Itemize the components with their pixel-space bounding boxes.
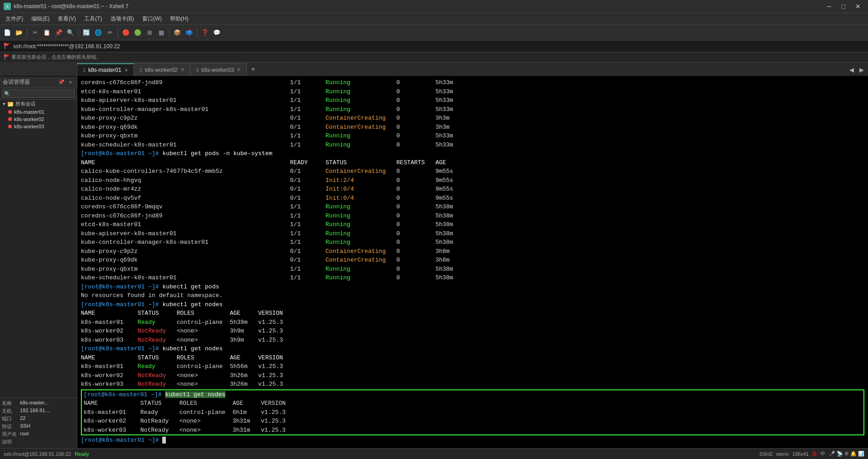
session-label-worker02: k8s-worker02 [14, 116, 44, 122]
prop-row-host: 主机 192.168.91.... [2, 408, 75, 414]
sidebar-header: 会话管理器 📌 ✕ [0, 76, 77, 88]
tab-add-button[interactable]: + [247, 63, 259, 76]
menu-view[interactable]: 查看(V) [54, 14, 80, 24]
sidebar: 会话管理器 📌 ✕ ▼ 📁 所有会话 k8s-master01 k8s-w [0, 76, 77, 448]
sidebar-item-worker03[interactable]: k8s-worker03 [0, 123, 77, 130]
terminal-line: kube-proxy-q69dk 0/1 ContainerCreating 0… [81, 123, 864, 132]
terminal-line: [root@k8s-master01 ~]# kubectl get nodes [81, 344, 864, 353]
info-text: 🚩 要添加当前会话，点击左侧的箭头按钮。 [4, 54, 101, 61]
refresh-button[interactable]: 🔄 [81, 27, 92, 38]
toolbar-sep-1 [27, 28, 27, 37]
stop-button[interactable]: 🔴 [120, 27, 131, 38]
main-container: 1 k8s-master01 ✕ 2 k8s-worker02 ✕ 3 k8s-… [0, 62, 868, 448]
new-session-button[interactable]: 📄 [2, 27, 13, 38]
tab-2-num: 2 [140, 67, 142, 73]
tab-2-name: k8s-worker02 [145, 67, 178, 73]
terminal-line: k8s-worker02 NotReady <none> 3h9m v1.25.… [81, 327, 864, 336]
terminal-line: k8s-worker03 NotReady <none> 3h9m v1.25.… [81, 336, 864, 345]
prop-value-port: 22 [20, 415, 25, 422]
sidebar-spacer [0, 130, 77, 398]
status-connection: ssh://root@192.168.91.100:22 [4, 451, 71, 457]
tab-2[interactable]: 2 k8s-worker02 ✕ [134, 63, 190, 76]
session-dot-master01 [8, 110, 12, 114]
highlight-block: [root@k8s-master01 ~]# kubectl get nodes… [81, 389, 864, 436]
tab-bar: 1 k8s-master01 ✕ 2 k8s-worker02 ✕ 3 k8s-… [77, 62, 868, 76]
pen-button[interactable]: ✏ [105, 27, 115, 38]
close-button[interactable]: ✕ [852, 2, 864, 11]
paste-button[interactable]: 📌 [53, 27, 64, 38]
minimize-button[interactable]: ─ [823, 2, 835, 11]
chat-button[interactable]: 💬 [211, 27, 222, 38]
terminal-line: kube-proxy-c9p2z 0/1 ContainerCreating 0… [81, 247, 864, 256]
window-controls: ─ □ ✕ [823, 2, 864, 11]
tree-arrow-icon: ▼ [2, 101, 6, 106]
sidebar-search-input[interactable] [2, 90, 75, 98]
green-button[interactable]: 🟢 [132, 27, 143, 38]
status-ready: Ready [75, 451, 89, 457]
sidebar-item-master01[interactable]: k8s-master01 [0, 108, 77, 116]
globe-button[interactable]: 🌐 [93, 27, 104, 38]
terminal-line: kube-controller-manager-k8s-master01 1/1… [81, 105, 864, 114]
box2-button[interactable]: 📫 [184, 27, 195, 38]
tab-3-close[interactable]: ✕ [237, 67, 241, 73]
maximize-button[interactable]: □ [837, 2, 850, 11]
tab-1-num: 1 [83, 67, 85, 73]
toolbar-sep-4 [169, 28, 170, 37]
sidebar-all-sessions[interactable]: ▼ 📁 所有会话 [0, 100, 77, 108]
terminal[interactable]: coredns-c676cc86f-jnd89 1/1 Running 0 5h… [77, 76, 868, 448]
tab-row: 1 k8s-master01 ✕ 2 k8s-worker02 ✕ 3 k8s-… [0, 62, 868, 76]
find-button[interactable]: 🔍 [65, 27, 76, 38]
terminal-line: calico-node-qv5vf 0/1 Init:0/4 0 9m55s [81, 194, 864, 203]
menu-file[interactable]: 文件(F) [2, 14, 27, 24]
session-dot-worker03 [8, 125, 12, 128]
prop-label-proto: 协议 [2, 423, 20, 430]
terminal-line: coredns-c676cc86f-jnd89 1/1 Running 0 5h… [81, 78, 864, 87]
app-icon: X [4, 3, 11, 10]
session-label-master01: k8s-master01 [14, 109, 45, 115]
tab-next-button[interactable]: ▶ [857, 65, 866, 74]
tab-1-close[interactable]: ✕ [124, 67, 128, 73]
terminal-line: kube-proxy-qbxtm 1/1 Running 0 5h33m [81, 131, 864, 141]
prop-label-name: 名称 [2, 400, 20, 407]
prop-value-name: k8s-master... [20, 400, 49, 407]
sidebar-pin-icon[interactable]: 📌 [58, 79, 65, 86]
terminal-line: kube-controller-manager-k8s-master01 1/1… [81, 238, 864, 247]
menu-tab[interactable]: 选项卡(B) [107, 14, 138, 24]
tab-3-num: 3 [196, 67, 199, 73]
sidebar-close-icon[interactable]: ✕ [67, 79, 74, 86]
terminal-line: k8s-worker03 NotReady <none> 3h31m v1.25… [84, 426, 862, 435]
cut-button[interactable]: ✂ [30, 27, 40, 38]
terminal-line: [root@k8s-master01 ~]# kubectl get nodes [81, 300, 864, 309]
terminal-line: k8s-master01 Ready control-plane 5h39m v… [81, 318, 864, 327]
tab-2-close[interactable]: ✕ [180, 67, 185, 73]
prop-row-desc: 说明 [2, 439, 75, 445]
sidebar-item-worker02[interactable]: k8s-worker02 [0, 116, 77, 123]
status-lang: S [812, 450, 816, 458]
status-ssh: SSH2 [759, 451, 773, 457]
terminal-line: k8s-master01 Ready control-plane 6h1m v1… [84, 408, 862, 417]
prop-row-name: 名称 k8s-master... [2, 400, 75, 407]
tab-1[interactable]: 1 k8s-master01 ✕ [77, 63, 134, 76]
prop-label-port: 端口 [2, 415, 20, 422]
props-panel: 名称 k8s-master... 主机 192.168.91.... 端口 22… [0, 398, 77, 448]
open-button[interactable]: 📂 [14, 27, 25, 38]
terminal-line: etcd-k8s-master01 1/1 Running 0 5h38m [81, 220, 864, 229]
terminal-line: kube-proxy-qbxtm 1/1 Running 0 5h38m [81, 265, 864, 274]
terminal-line: k8s-worker02 NotReady <none> 3h31m v1.25… [84, 417, 862, 426]
menu-help[interactable]: 帮助(H) [166, 14, 192, 24]
tab-prev-button[interactable]: ◀ [847, 65, 856, 74]
menu-window[interactable]: 窗口(W) [139, 14, 165, 24]
terminal-line: calico-kube-controllers-74677b4c5f-mmb5z… [81, 167, 864, 176]
box-button[interactable]: 📦 [172, 27, 183, 38]
sidebar-title: 会话管理器 [3, 78, 30, 86]
layout-button[interactable]: ▦ [156, 27, 167, 38]
menu-edit[interactable]: 编辑(E) [28, 14, 53, 24]
grid-button[interactable]: ⊞ [144, 27, 155, 38]
terminal-line: kube-proxy-q69dk 0/1 ContainerCreating 0… [81, 256, 864, 265]
menu-tools[interactable]: 工具(T) [80, 14, 105, 24]
copy-button[interactable]: 📋 [41, 27, 52, 38]
sidebar-tab-spacer [0, 62, 77, 76]
help-button[interactable]: ❓ [200, 27, 210, 38]
tab-3[interactable]: 3 k8s-worker03 ✕ [190, 63, 247, 76]
terminal-line: coredns-c676cc86f-jnd89 1/1 Running 0 5h… [81, 212, 864, 221]
